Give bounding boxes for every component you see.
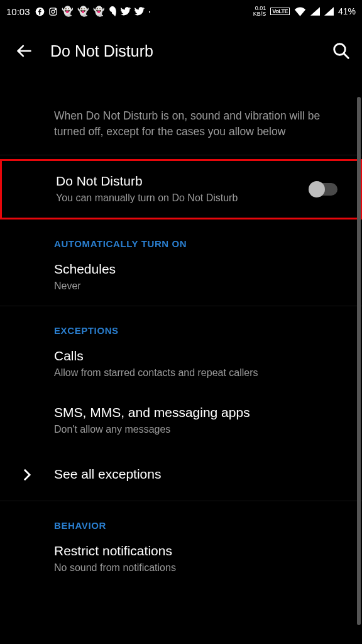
swiggy-icon	[109, 6, 117, 16]
snapchat-icon: 👻	[93, 6, 105, 17]
signal-icon	[324, 7, 334, 16]
instagram-icon	[48, 7, 58, 16]
section-behavior: BEHAVIOR	[0, 501, 362, 531]
dnd-toggle-switch[interactable]	[310, 183, 337, 196]
sms-title: SMS, MMS, and messaging apps	[54, 404, 343, 421]
snapchat-icon: 👻	[77, 6, 89, 17]
app-bar: Do Not Disturb	[0, 23, 362, 79]
data-speed: 0.01 KB/S	[253, 6, 266, 17]
facebook-icon	[35, 7, 45, 16]
schedules-row[interactable]: Schedules Never	[0, 249, 362, 306]
restrict-row[interactable]: Restrict notifications No sound from not…	[0, 531, 362, 587]
volte-badge: VoLTE	[270, 8, 290, 15]
sms-subtitle: Don't allow any messages	[54, 423, 343, 436]
section-auto: AUTOMATICALLY TURN ON	[0, 219, 362, 249]
battery-percent: 41%	[338, 6, 356, 16]
status-app-icons: 👻 👻 👻 ·	[35, 6, 151, 17]
dnd-toggle-subtitle: You can manually turn on Do Not Disturb	[56, 191, 341, 205]
chevron-right-icon	[23, 468, 31, 482]
dnd-description: When Do Not Disturb is on, sound and vib…	[0, 94, 362, 155]
wifi-icon	[294, 7, 306, 16]
schedules-subtitle: Never	[54, 279, 343, 293]
calls-subtitle: Allow from starred contacts and repeat c…	[54, 366, 343, 380]
restrict-title: Restrict notifications	[54, 542, 343, 560]
see-all-title: See all exceptions	[54, 465, 343, 483]
search-icon[interactable]	[332, 42, 351, 60]
calls-title: Calls	[54, 347, 343, 365]
see-all-exceptions-row[interactable]: See all exceptions	[0, 449, 362, 501]
calls-row[interactable]: Calls Allow from starred contacts and re…	[0, 336, 362, 392]
schedules-title: Schedules	[54, 260, 343, 278]
more-icon: ·	[148, 8, 151, 14]
status-time: 10:03	[6, 6, 30, 17]
signal-icon	[310, 7, 320, 16]
twitter-icon	[134, 7, 145, 16]
svg-point-3	[55, 9, 55, 9]
status-bar: 10:03 👻 👻 👻 · 0.01 KB/S VoLTE 41%	[0, 0, 362, 23]
svg-point-2	[52, 10, 55, 13]
scrollbar[interactable]	[357, 97, 361, 625]
twitter-icon	[121, 7, 131, 16]
dnd-toggle-row[interactable]: Do Not Disturb You can manually turn on …	[0, 159, 362, 219]
sms-row[interactable]: SMS, MMS, and messaging apps Don't allow…	[0, 392, 362, 449]
dnd-toggle-title: Do Not Disturb	[56, 172, 341, 190]
svg-line-6	[344, 53, 349, 58]
page-title: Do Not Disturb	[50, 42, 332, 60]
section-exceptions: EXCEPTIONS	[0, 306, 362, 336]
snapchat-icon: 👻	[62, 6, 74, 17]
restrict-subtitle: No sound from notifications	[54, 561, 343, 575]
back-icon[interactable]	[15, 42, 33, 60]
settings-list: When Do Not Disturb is on, sound and vib…	[0, 94, 362, 644]
